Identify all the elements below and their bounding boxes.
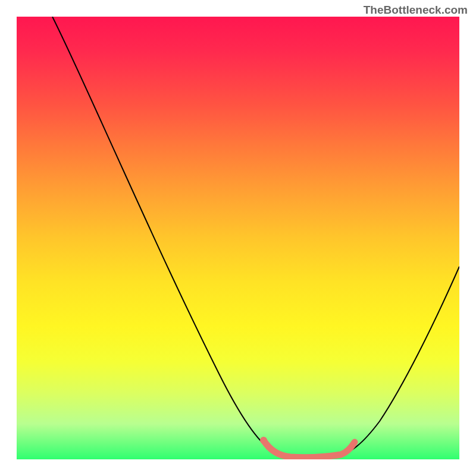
chart-container	[17, 17, 459, 459]
optimal-highlight-line	[264, 440, 355, 458]
highlight-dot-start	[260, 437, 267, 444]
watermark-text: TheBottleneck.com	[364, 4, 468, 17]
bottleneck-curve-line	[52, 17, 459, 456]
chart-svg	[17, 17, 459, 459]
